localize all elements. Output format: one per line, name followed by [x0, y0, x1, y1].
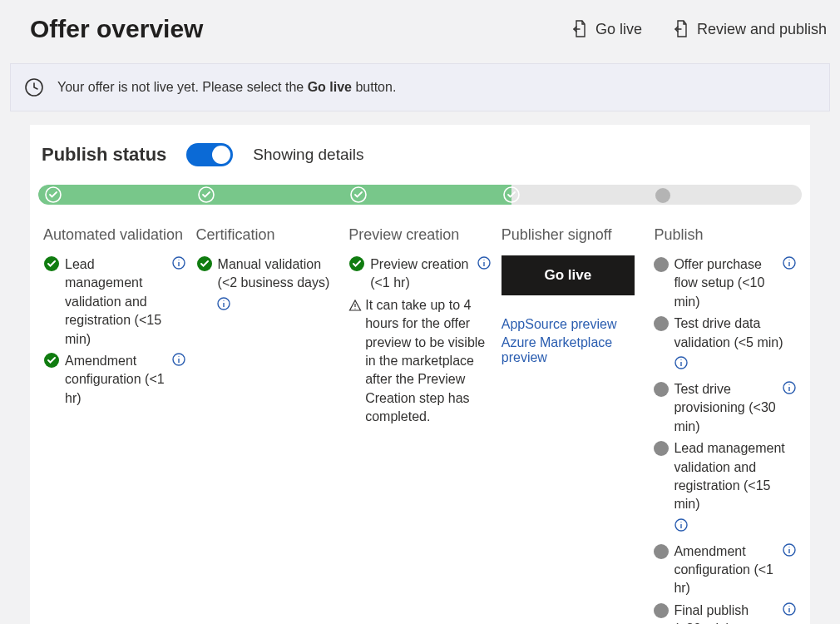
pending-dot-icon — [654, 257, 669, 272]
step-text: Test drive provisioning (<30 min) — [674, 380, 777, 436]
checkmark-icon — [350, 186, 367, 203]
svg-point-12 — [178, 356, 179, 357]
appsource-preview-link[interactable]: AppSource preview — [502, 317, 645, 332]
step-amendment: Amendment configuration (<1 hr) — [43, 352, 186, 408]
col-publish: Publish Offer purchase flow setup (<10 m… — [649, 226, 802, 624]
pending-dot-icon — [655, 188, 670, 203]
step-publish: Lead management validation and registrat… — [654, 439, 797, 514]
svg-point-34 — [681, 522, 682, 522]
step-publish: Test drive provisioning (<30 min) — [654, 380, 797, 436]
checkmark-icon — [43, 352, 60, 369]
col-preview-creation: Preview creation Preview creation (<1 hr… — [343, 226, 497, 624]
step-manual-validation: Manual validation (<2 business days) — [196, 255, 339, 293]
svg-point-8 — [178, 260, 179, 260]
preview-note-text: It can take up to 4 hours for the offer … — [365, 296, 492, 427]
info-icon[interactable] — [216, 296, 231, 311]
info-icon[interactable] — [782, 380, 797, 395]
pending-dot-icon — [654, 441, 669, 456]
col-title: Publish — [654, 226, 797, 244]
svg-point-22 — [355, 308, 356, 309]
alert-text: Your offer is not live yet. Please selec… — [57, 80, 396, 95]
preview-note: It can take up to 4 hours for the offer … — [348, 296, 492, 427]
page-title: Offer overview — [30, 15, 203, 43]
col-automated-validation: Automated validation Lead management val… — [38, 226, 191, 624]
col-title: Publisher signoff — [502, 226, 645, 244]
review-publish-label: Review and publish — [697, 21, 827, 38]
step-text: Amendment configuration (<1 hr) — [674, 542, 777, 598]
svg-point-40 — [788, 606, 789, 607]
progress-track — [38, 185, 802, 205]
info-icon[interactable] — [674, 355, 689, 370]
step-text: Test drive data validation (<5 min) — [674, 314, 797, 352]
svg-point-25 — [788, 260, 789, 260]
step-text: Amendment configuration (<1 hr) — [65, 352, 166, 408]
pending-dot-icon — [654, 382, 669, 397]
col-certification: Certification Manual validation (<2 busi… — [191, 226, 344, 624]
review-publish-action[interactable]: Review and publish — [672, 20, 827, 38]
details-toggle[interactable] — [186, 143, 233, 166]
go-live-header-action[interactable]: Go live — [571, 20, 642, 38]
svg-point-28 — [681, 359, 682, 360]
svg-point-20 — [483, 260, 484, 260]
toggle-knob — [212, 146, 230, 164]
go-live-header-label: Go live — [595, 21, 642, 38]
azure-marketplace-preview-link[interactable]: Azure Marketplace preview — [502, 335, 645, 365]
info-icon[interactable] — [782, 542, 797, 557]
checkmark-icon — [348, 255, 365, 272]
alert-bar: Your offer is not live yet. Please selec… — [10, 63, 830, 111]
svg-point-31 — [788, 384, 789, 385]
info-icon[interactable] — [674, 518, 689, 532]
step-text: Preview creation (<1 hr) — [370, 255, 472, 293]
col-title: Automated validation — [43, 226, 186, 244]
svg-point-37 — [788, 547, 789, 547]
step-text: Final publish (<30 min) — [674, 602, 777, 624]
svg-point-16 — [223, 300, 224, 301]
pending-dot-icon — [654, 603, 669, 618]
clock-icon — [24, 77, 44, 97]
col-title: Preview creation — [348, 226, 492, 244]
panel-title: Publish status — [42, 144, 166, 166]
info-icon[interactable] — [782, 255, 797, 270]
warning-icon — [348, 299, 362, 312]
checkmark-icon — [503, 186, 520, 203]
step-lead-mgmt: Lead management validation and registrat… — [43, 255, 186, 349]
step-text: Offer purchase flow setup (<10 min) — [674, 255, 777, 311]
info-icon[interactable] — [171, 352, 186, 367]
pending-dot-icon — [654, 316, 669, 331]
col-publisher-signoff: Publisher signoff Go live AppSource prev… — [497, 226, 650, 624]
pending-dot-icon — [654, 544, 669, 559]
checkmark-icon — [43, 255, 60, 272]
publish-doc-icon — [672, 20, 689, 38]
step-publish: Amendment configuration (<1 hr) — [654, 542, 797, 598]
publish-doc-icon — [571, 20, 587, 38]
header-actions: Go live Review and publish — [571, 20, 827, 38]
step-text: Lead management validation and registrat… — [65, 255, 166, 349]
info-icon[interactable] — [782, 602, 797, 617]
checkmark-icon — [45, 186, 62, 203]
panel-header: Publish status Showing details — [30, 125, 810, 185]
step-publish: Test drive data validation (<5 min) — [654, 314, 797, 352]
info-icon[interactable] — [477, 255, 492, 270]
step-text: Lead management validation and registrat… — [674, 439, 797, 514]
status-columns: Automated validation Lead management val… — [38, 226, 802, 624]
step-publish: Offer purchase flow setup (<10 min) — [654, 255, 797, 311]
step-preview-creation: Preview creation (<1 hr) — [348, 255, 492, 293]
info-icon[interactable] — [171, 255, 186, 270]
top-bar: Offer overview Go live Review and publis… — [0, 0, 840, 58]
step-publish: Final publish (<30 min) — [654, 602, 797, 624]
go-live-button[interactable]: Go live — [502, 255, 635, 295]
publish-status-panel: Publish status Showing details — [30, 125, 810, 624]
checkmark-icon — [196, 255, 213, 272]
toggle-label: Showing details — [253, 146, 363, 164]
step-text: Manual validation (<2 business days) — [218, 255, 339, 293]
col-title: Certification — [196, 226, 339, 244]
checkmark-icon — [198, 186, 215, 203]
